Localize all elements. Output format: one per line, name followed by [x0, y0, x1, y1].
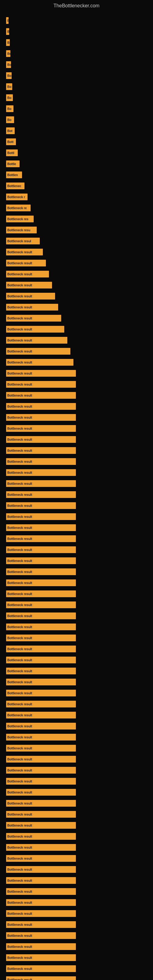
bar-row: Bottleneck result: [6, 557, 147, 565]
bar-label: B: [7, 19, 9, 22]
bar: Bo: [6, 72, 12, 79]
bar-row: Bottleneck result: [6, 535, 147, 543]
bar-row: Bottleneck result: [6, 281, 147, 290]
bar: Bottleneck result: [6, 745, 76, 751]
bar: Bottleneck result: [6, 513, 76, 520]
bar-label: Bottleneck result: [7, 305, 32, 309]
bar-label: Bottleneck result: [7, 261, 32, 265]
bar-row: Bottle: [6, 159, 147, 168]
bar-row: Bottleneck result: [6, 898, 147, 907]
bar-row: Bottleneck result: [6, 942, 147, 951]
bar-row: Bottleneck result: [6, 645, 147, 653]
bar-row: Bottleneck result: [6, 964, 147, 973]
bar: Bottleneck result: [6, 524, 76, 531]
bar: Bottleneck result: [6, 833, 76, 840]
bar-row: Bottleneck result: [6, 733, 147, 741]
bar: Bottleneck resu: [6, 227, 37, 233]
bar-row: Bottleneck result: [6, 358, 147, 367]
bar: Bottleneck result: [6, 293, 55, 299]
bar: Bottleneck result: [6, 546, 76, 553]
bar: Bottleneck result: [6, 943, 76, 950]
bar-label: Bottleneck result: [7, 361, 32, 364]
bar-row: Bottleneck result: [6, 248, 147, 256]
bar-row: Bottleneck result: [6, 501, 147, 510]
bar-row: Bottleneck result: [6, 579, 147, 587]
bar-label: Bottleneck result: [7, 967, 32, 970]
bar-label: Bottleneck result: [7, 504, 32, 508]
bar: Bottleneck result: [6, 910, 76, 917]
bar-label: Bottleneck result: [7, 824, 32, 827]
bar-label: Bottleneck result: [7, 747, 32, 750]
bar-label: Bottleneck result: [7, 670, 32, 673]
bar-label: Bottleneck result: [7, 460, 32, 463]
bar-label: Bottleneck result: [7, 636, 32, 640]
bar-row: Bottleneck result: [6, 479, 147, 488]
bar-label: Bottleneck result: [7, 482, 32, 485]
bar: Bottleneck result: [6, 932, 76, 939]
bar-label: Bottleneck result: [7, 339, 32, 342]
bar: Bottleneck result: [6, 701, 76, 708]
bar: Bott: [6, 138, 16, 145]
bar: Bottleneck result: [6, 315, 61, 321]
bar-row: Bottleneck result: [6, 667, 147, 675]
bar-row: Bottleneck resul: [6, 237, 147, 245]
bar-label: Bottleneck result: [7, 559, 32, 563]
bar: B: [6, 39, 10, 46]
bar: Bottleneck result: [6, 249, 43, 255]
bar: Bottleneck result: [6, 690, 76, 697]
bar-label: Bottlen: [7, 173, 18, 177]
bar-row: B: [6, 16, 147, 25]
bar: Bottleneck result: [6, 590, 76, 597]
bar-row: Bottleneck result: [6, 821, 147, 830]
bar-label: Bottleneck result: [7, 471, 32, 474]
bar-row: Bottleneck result: [6, 634, 147, 642]
bar-label: Bottleneck result: [7, 681, 32, 684]
bar-label: Bott: [7, 140, 13, 144]
bar-label: Bottleneck result: [7, 868, 32, 871]
bar-row: Bottleneck result: [6, 568, 147, 576]
bar-row: Bottleneck result: [6, 314, 147, 323]
bar-row: Bottleneck result: [6, 711, 147, 719]
bar-label: Bottleneck result: [7, 272, 32, 276]
bar-row: Bottleneck result: [6, 854, 147, 863]
bar: Bottleneck result: [6, 502, 76, 509]
bar-row: Bottleneck r: [6, 192, 147, 201]
bar-label: Bot: [7, 129, 13, 133]
bar-row: Bottleneck result: [6, 722, 147, 730]
bar-row: Bottleneck result: [6, 623, 147, 631]
bar-label: Bottleneck result: [7, 934, 32, 937]
bar-row: Bottleneck result: [6, 788, 147, 797]
bar-label: Bottleneck re: [7, 207, 27, 210]
bar-row: Bottleneck re: [6, 204, 147, 212]
bar-row: Bo: [6, 72, 147, 80]
bar: Bottleneck result: [6, 403, 76, 410]
bar-label: Bottleneck result: [7, 537, 32, 541]
bar-label: Bo: [7, 52, 10, 56]
bar-label: Bottleneck result: [7, 614, 32, 618]
bar-row: Bottleneck result: [6, 259, 147, 267]
bar-label: Bottleneck result: [7, 570, 32, 574]
bar: Bottleneck result: [6, 337, 67, 344]
bar-label: Bottleneck result: [7, 901, 32, 904]
bar-label: Bottleneck result: [7, 736, 32, 739]
bar-label: Bottleneck result: [7, 857, 32, 860]
bar: Bottleneck result: [6, 635, 76, 641]
bar-row: Bottleneck result: [6, 656, 147, 664]
bar: Bottleneck result: [6, 381, 76, 388]
bar-row: Bottleneck result: [6, 457, 147, 466]
bar-row: Bottleneck result: [6, 931, 147, 940]
bar-row: Bo: [6, 105, 147, 113]
bar-label: Bottleneck result: [7, 372, 32, 375]
bar-label: Bottleneck result: [7, 945, 32, 948]
bar: Bottleneck result: [6, 822, 76, 829]
bar: Bo: [6, 105, 13, 112]
bar-label: Bottlenec: [7, 185, 21, 188]
bar-row: Bottleneck result: [6, 380, 147, 389]
bar-row: Bottleneck result: [6, 303, 147, 312]
bar: Bottleneck result: [6, 601, 76, 608]
bar-label: Bottleneck result: [7, 769, 32, 772]
bar: Bottlenec: [6, 183, 24, 189]
bar-label: Bottleneck result: [7, 394, 32, 397]
bar: Bottleneck result: [6, 668, 76, 675]
bar: Bottleneck result: [6, 568, 76, 575]
